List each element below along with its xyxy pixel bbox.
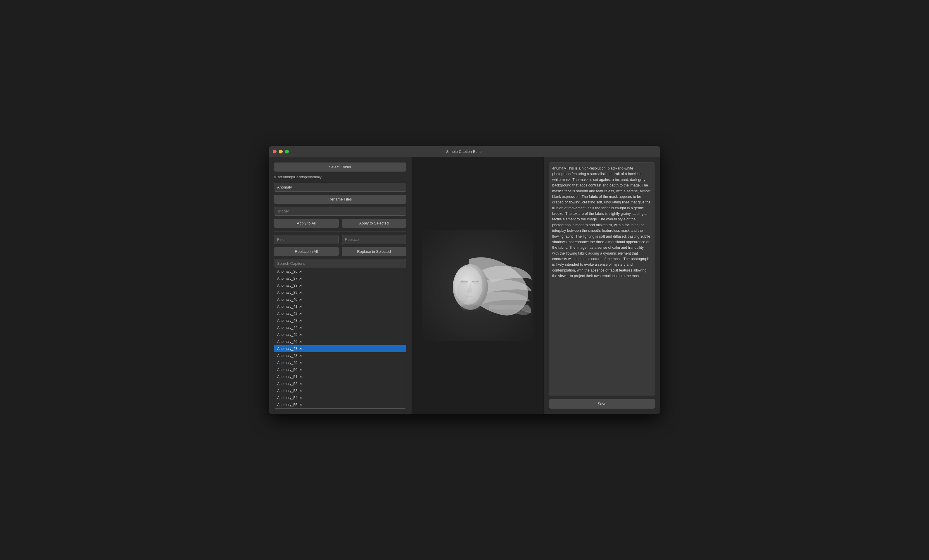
file-item[interactable]: Anomaly_40.txt	[274, 296, 406, 303]
file-item[interactable]: Anomaly_42.txt	[274, 310, 406, 317]
left-panel: Select Folder /Users/rmbp/Desktop/Anomal…	[269, 157, 412, 414]
file-item[interactable]: Anomaly_47.txt	[274, 345, 406, 352]
file-item[interactable]: Anomaly_36.txt	[274, 268, 406, 275]
file-item[interactable]: Anomaly_51.txt	[274, 373, 406, 380]
image-area	[412, 157, 543, 414]
file-item[interactable]: Anomaly_41.txt	[274, 303, 406, 310]
file-item[interactable]: Anomaly_53.txt	[274, 387, 406, 394]
apply-buttons-row: Apply to All Apply to Selected	[274, 219, 406, 228]
window-title: Simple Caption Editor	[446, 149, 483, 154]
find-input[interactable]	[274, 235, 339, 244]
folder-name-input[interactable]	[274, 183, 406, 192]
svg-point-6	[457, 280, 469, 303]
minimize-button[interactable]	[279, 150, 283, 153]
close-button[interactable]	[273, 150, 276, 153]
find-replace-inputs	[274, 235, 406, 244]
file-list-container: Anomaly_36.txtAnomaly_37.txtAnomaly_38.t…	[274, 259, 406, 409]
center-panel	[412, 157, 543, 414]
main-content: Select Folder /Users/rmbp/Desktop/Anomal…	[269, 157, 660, 414]
file-list: Anomaly_36.txtAnomaly_37.txtAnomaly_38.t…	[274, 268, 406, 408]
file-item[interactable]: Anomaly_49.txt	[274, 359, 406, 366]
file-item[interactable]: Anomaly_48.txt	[274, 352, 406, 359]
file-item[interactable]: Anomaly_50.txt	[274, 366, 406, 373]
replace-in-all-button[interactable]: Replace in All	[274, 247, 339, 256]
replace-input[interactable]	[342, 235, 406, 244]
file-item[interactable]: Anomaly_38.txt	[274, 282, 406, 289]
apply-to-all-button[interactable]: Apply to All	[274, 219, 339, 228]
search-captions-input[interactable]	[274, 259, 406, 268]
replace-in-selected-button[interactable]: Replace in Selected	[342, 247, 406, 256]
section-divider	[274, 231, 406, 231]
title-bar: Simple Caption Editor	[269, 146, 660, 157]
replace-buttons-row: Replace in All Replace in Selected	[274, 247, 406, 256]
folder-path-label: /Users/rmbp/Desktop/Anomaly	[274, 174, 406, 180]
file-item[interactable]: Anomaly_54.txt	[274, 394, 406, 401]
file-item[interactable]: Anomaly_44.txt	[274, 324, 406, 331]
file-item[interactable]: Anomaly_45.txt	[274, 331, 406, 338]
file-item[interactable]: Anomaly_52.txt	[274, 380, 406, 387]
file-item[interactable]: Anomaly_46.txt	[274, 338, 406, 345]
maximize-button[interactable]	[285, 150, 289, 153]
rename-files-button[interactable]: Rename Files	[274, 195, 406, 204]
apply-to-selected-button[interactable]: Apply to Selected	[342, 219, 406, 228]
file-item[interactable]: Anomaly_39.txt	[274, 289, 406, 296]
main-window: Simple Caption Editor Select Folder /Use…	[269, 146, 660, 414]
caption-textarea[interactable]: 4n0m4ly This is a high-resolution, black…	[549, 162, 655, 395]
right-panel: 4n0m4ly This is a high-resolution, black…	[543, 157, 660, 414]
mask-image	[422, 230, 533, 341]
file-item[interactable]: Anomaly_43.txt	[274, 317, 406, 324]
svg-point-7	[460, 304, 481, 311]
select-folder-button[interactable]: Select Folder	[274, 162, 406, 171]
trigger-input[interactable]	[274, 207, 406, 216]
save-button[interactable]: Save	[549, 399, 655, 409]
file-item[interactable]: Anomaly_37.txt	[274, 275, 406, 282]
file-item[interactable]: Anomaly_55.txt	[274, 401, 406, 408]
traffic-lights	[273, 150, 289, 153]
